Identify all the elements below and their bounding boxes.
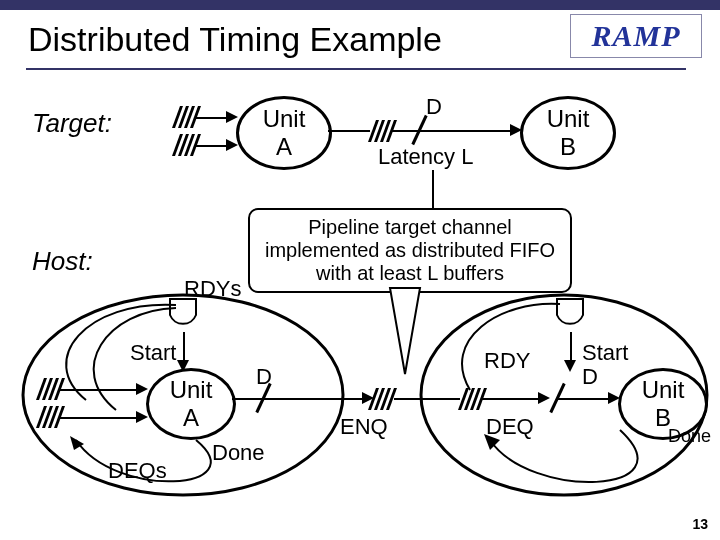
arrow-head-icon (226, 111, 238, 123)
register-icon (372, 388, 393, 410)
arrow (328, 130, 370, 132)
svg-marker-4 (484, 434, 500, 450)
slide: Distributed Timing Example RAMP Target: … (0, 0, 720, 540)
arrow-head-icon (362, 392, 374, 404)
arrow-head-icon (226, 139, 238, 151)
section-host: Host: (32, 246, 93, 277)
feedback-arcs-right (430, 300, 720, 500)
callout-box: Pipeline target channel implemented as d… (248, 208, 572, 293)
label-latency: Latency L (378, 144, 473, 170)
arrow (392, 130, 418, 132)
target-unit-a: Unit A (236, 96, 332, 170)
page-title: Distributed Timing Example (28, 20, 442, 59)
register-icon (176, 106, 197, 128)
logo-text: RAMP (591, 19, 680, 53)
arrow-head-icon (510, 124, 522, 136)
target-unit-b: Unit B (520, 96, 616, 170)
title-underline (26, 68, 686, 70)
label-d-target: D (426, 94, 442, 120)
connector (432, 170, 434, 210)
register-icon (176, 134, 197, 156)
page-number: 13 (692, 516, 708, 532)
header-bar (0, 0, 720, 10)
register-icon (372, 120, 393, 142)
logo: RAMP (570, 14, 702, 58)
section-target: Target: (32, 108, 112, 139)
feedback-arcs-left (26, 300, 336, 500)
arrow (420, 130, 516, 132)
label-enq: ENQ (340, 414, 388, 440)
